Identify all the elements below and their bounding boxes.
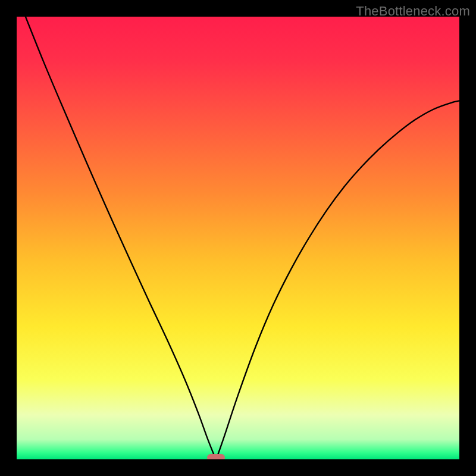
- plot-area: [17, 17, 459, 459]
- optimal-point-marker: [207, 454, 225, 459]
- heat-gradient-background: [17, 17, 459, 459]
- chart-frame: TheBottleneck.com: [0, 0, 476, 476]
- svg-rect-0: [17, 17, 459, 459]
